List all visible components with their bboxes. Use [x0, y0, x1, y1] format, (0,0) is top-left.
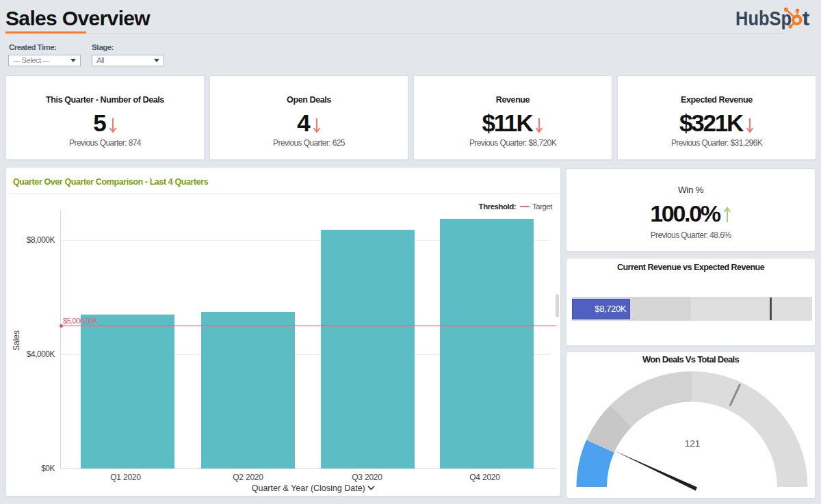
svg-text:HubSp: HubSp — [735, 7, 792, 29]
svg-text:121: 121 — [685, 438, 701, 449]
svg-text:t: t — [803, 7, 810, 29]
